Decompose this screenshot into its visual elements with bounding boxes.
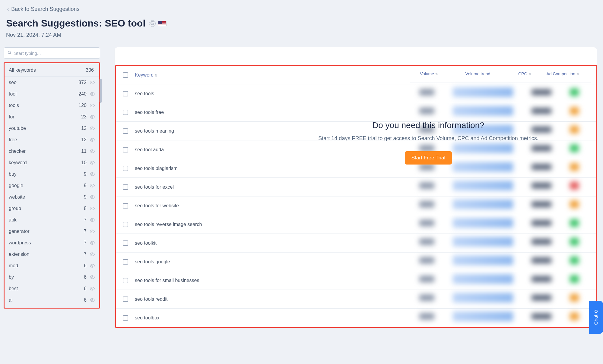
row-checkbox[interactable] bbox=[123, 240, 128, 246]
svg-point-16 bbox=[92, 242, 93, 244]
keyword-filter-item[interactable]: tool240 bbox=[5, 88, 99, 100]
row-checkbox[interactable] bbox=[123, 222, 128, 227]
row-checkbox[interactable] bbox=[123, 147, 128, 152]
eye-icon[interactable] bbox=[90, 275, 95, 280]
eye-icon[interactable] bbox=[90, 263, 95, 268]
keyword-cell: seo tools google bbox=[135, 259, 596, 265]
sort-icon: ⇅ bbox=[435, 72, 438, 76]
col-comp-header[interactable]: Ad Competition⇅ bbox=[546, 71, 579, 76]
search-input-wrap[interactable] bbox=[4, 47, 100, 59]
eye-icon[interactable] bbox=[90, 114, 95, 120]
eye-icon[interactable] bbox=[90, 80, 95, 85]
keyword-filter-item[interactable]: by6 bbox=[5, 271, 99, 283]
table-row[interactable]: seo tools bbox=[116, 84, 596, 103]
keyword-filter-word: apk bbox=[9, 217, 73, 223]
row-checkbox[interactable] bbox=[123, 315, 128, 321]
select-all-checkbox[interactable] bbox=[123, 72, 128, 78]
eye-icon[interactable] bbox=[90, 286, 95, 291]
keyword-filter-item[interactable]: tools120 bbox=[5, 100, 99, 111]
col-keyword-header[interactable]: Keyword⇅ bbox=[135, 72, 157, 77]
svg-point-9 bbox=[92, 162, 93, 164]
svg-point-4 bbox=[92, 105, 93, 106]
keyword-filter-count: 23 bbox=[73, 114, 87, 120]
keyword-filter-item[interactable]: best6 bbox=[5, 283, 99, 294]
keyword-filter-item[interactable]: checker11 bbox=[5, 146, 99, 157]
keyword-filter-item[interactable]: seo372 bbox=[5, 77, 99, 88]
keyword-cell: seo tools for website bbox=[135, 203, 596, 209]
eye-icon[interactable] bbox=[90, 240, 95, 246]
back-link[interactable]: ‹ Back to Search Suggestions bbox=[7, 6, 597, 12]
keyword-filter-item[interactable]: wordpress7 bbox=[5, 237, 99, 249]
eye-icon[interactable] bbox=[90, 137, 95, 143]
start-trial-button[interactable]: Start Free Trial bbox=[405, 151, 452, 165]
keyword-filter-item[interactable]: buy9 bbox=[5, 168, 99, 180]
keyword-cell: seo toolkit bbox=[135, 240, 596, 246]
keyword-cell: seo tools reddit bbox=[135, 297, 596, 302]
keyword-filter-item[interactable]: generator7 bbox=[5, 226, 99, 237]
keyword-filter-item[interactable]: google9 bbox=[5, 180, 99, 191]
eye-icon[interactable] bbox=[90, 103, 95, 108]
col-trend-header[interactable]: Volume trend bbox=[465, 71, 490, 76]
keyword-cell: seo tools reverse image search bbox=[135, 222, 596, 227]
keyword-filter-word: for bbox=[9, 114, 73, 120]
keyword-filter-word: google bbox=[9, 183, 73, 188]
keyword-cell: seo tools free bbox=[135, 110, 596, 115]
row-checkbox[interactable] bbox=[123, 278, 128, 283]
row-checkbox[interactable] bbox=[123, 110, 128, 115]
row-checkbox[interactable] bbox=[123, 203, 128, 209]
svg-point-20 bbox=[92, 288, 93, 290]
table-row[interactable]: seo toolbox bbox=[116, 309, 596, 327]
svg-point-10 bbox=[92, 174, 93, 175]
keyword-filter-count: 9 bbox=[73, 194, 87, 200]
row-checkbox[interactable] bbox=[123, 184, 128, 190]
col-volume-header[interactable]: Volume⇅ bbox=[420, 71, 438, 76]
table-row[interactable]: seo toolkit bbox=[116, 234, 596, 253]
eye-icon[interactable] bbox=[90, 91, 95, 97]
row-checkbox[interactable] bbox=[123, 166, 128, 171]
table-row[interactable]: seo tools reverse image search bbox=[116, 215, 596, 234]
eye-icon[interactable] bbox=[90, 206, 95, 211]
keyword-filter-item[interactable]: apk7 bbox=[5, 214, 99, 226]
keyword-filter-item[interactable]: website9 bbox=[5, 191, 99, 203]
eye-icon[interactable] bbox=[90, 297, 95, 303]
table-row[interactable]: seo tools free bbox=[116, 103, 596, 122]
svg-point-17 bbox=[92, 254, 93, 255]
table-row[interactable]: seo tools for excel bbox=[116, 178, 596, 196]
eye-icon[interactable] bbox=[90, 183, 95, 188]
eye-icon[interactable] bbox=[90, 149, 95, 154]
col-cpc-header[interactable]: CPC⇅ bbox=[518, 71, 531, 76]
row-checkbox[interactable] bbox=[123, 259, 128, 265]
scrollbar-thumb[interactable] bbox=[100, 79, 102, 103]
eye-icon[interactable] bbox=[90, 171, 95, 177]
eye-icon[interactable] bbox=[90, 126, 95, 131]
keyword-filter-item[interactable]: keyword10 bbox=[5, 157, 99, 168]
table-row[interactable]: seo tools google bbox=[116, 253, 596, 271]
table-row[interactable]: seo tools for website bbox=[116, 196, 596, 215]
svg-point-5 bbox=[92, 116, 93, 118]
keyword-filter-item[interactable]: ai6 bbox=[5, 294, 99, 306]
row-checkbox[interactable] bbox=[123, 91, 128, 96]
keyword-filter-item[interactable]: youtube12 bbox=[5, 123, 99, 134]
eye-icon[interactable] bbox=[90, 217, 95, 223]
keyword-filter-item[interactable]: free12 bbox=[5, 134, 99, 146]
trial-text: Start 14 days FREE trial to get access t… bbox=[311, 134, 546, 143]
table-row[interactable]: seo tools for small businesses bbox=[116, 271, 596, 290]
keyword-filter-header[interactable]: All keywords 306 bbox=[5, 63, 99, 77]
svg-point-15 bbox=[92, 231, 93, 232]
svg-point-18 bbox=[92, 265, 93, 267]
keyword-filter-item[interactable]: group8 bbox=[5, 203, 99, 214]
eye-icon[interactable] bbox=[90, 194, 95, 200]
svg-point-3 bbox=[92, 93, 93, 95]
eye-icon[interactable] bbox=[90, 160, 95, 165]
keyword-filter-count: 12 bbox=[73, 126, 87, 131]
row-checkbox[interactable] bbox=[123, 297, 128, 302]
keyword-filter-item[interactable]: for23 bbox=[5, 111, 99, 123]
keyword-filter-item[interactable]: extension7 bbox=[5, 249, 99, 260]
eye-icon[interactable] bbox=[90, 252, 95, 257]
search-input[interactable] bbox=[14, 51, 96, 56]
chat-tab[interactable]: Chat bbox=[589, 301, 603, 334]
keyword-filter-item[interactable]: mod6 bbox=[5, 260, 99, 271]
row-checkbox[interactable] bbox=[123, 128, 128, 134]
table-row[interactable]: seo tools reddit bbox=[116, 290, 596, 309]
eye-icon[interactable] bbox=[90, 229, 95, 234]
